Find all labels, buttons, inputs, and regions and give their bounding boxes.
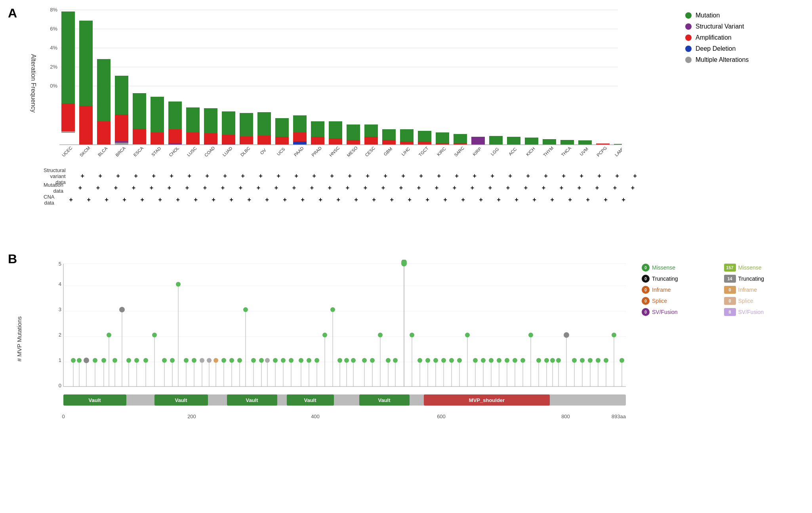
svg-point-180 [221,358,226,363]
svg-text:BLCA: BLCA [97,145,109,157]
svg-point-156 [126,358,131,363]
svg-rect-38 [240,113,253,136]
svg-rect-49 [329,121,342,138]
svg-rect-36 [222,135,235,144]
svg-text:PCPG: PCPG [596,145,608,158]
svg-rect-44 [293,115,307,132]
svg-point-210 [337,358,342,363]
svg-rect-63 [454,134,467,143]
svg-text:Vault: Vault [304,397,316,403]
svg-point-174 [200,358,204,363]
svg-point-273 [580,358,585,363]
svg-point-261 [536,358,541,363]
svg-text:ACC: ACC [508,147,518,157]
legend-item-truncating-left: 0 Truncating [642,275,718,283]
svg-text:TGCT: TGCT [417,145,429,157]
svg-text:HNSC: HNSC [328,145,341,158]
svg-rect-70 [560,140,574,145]
legend-dot-sv [685,23,692,30]
svg-rect-11 [61,11,75,103]
svg-text:8%: 8% [50,7,57,13]
svg-rect-13 [61,131,75,133]
svg-point-154 [119,307,125,312]
svg-point-192 [265,358,270,363]
y-axis-label-b: # MVP Mutations [16,276,23,402]
svg-point-221 [370,358,375,363]
legend-dot-inframe-l: 0 [642,286,650,294]
svg-rect-15 [79,106,93,145]
svg-text:GBM: GBM [383,146,393,157]
svg-rect-62 [436,143,449,145]
svg-text:R600C/H: R600C/H [392,260,412,261]
svg-rect-30 [186,107,200,132]
svg-rect-31 [186,132,200,145]
svg-point-245 [473,358,478,363]
svg-point-251 [497,358,501,363]
legend-b-left: 0 Missense 0 Truncating 0 Inframe 0 Spli… [642,264,718,319]
svg-rect-21 [115,141,128,143]
svg-rect-48 [311,137,324,145]
svg-point-184 [237,358,242,363]
svg-point-267 [556,358,561,363]
svg-point-255 [513,358,517,363]
svg-point-223 [378,333,383,337]
svg-rect-51 [347,124,360,140]
svg-point-160 [143,358,148,363]
legend-item-missense-left: 0 Missense [642,264,718,272]
svg-point-241 [457,358,462,363]
svg-text:200: 200 [187,413,196,419]
svg-point-182 [229,358,234,363]
svg-point-178 [213,358,218,363]
legend-item-splice-left: 0 Splice [642,297,718,305]
svg-point-214 [351,358,356,363]
svg-rect-12 [61,103,75,131]
svg-point-166 [170,358,175,363]
svg-point-186 [243,307,248,312]
legend-count-missense-r: 157 [724,264,736,272]
svg-text:UCEC: UCEC [61,145,73,158]
svg-point-235 [433,358,438,363]
svg-point-281 [612,333,616,337]
legend-dot-deepdel [685,46,692,52]
svg-rect-58 [400,142,414,145]
svg-text:1: 1 [59,357,61,363]
svg-point-164 [162,358,167,363]
svg-point-142 [77,358,82,363]
legend-a: Mutation Structural Variant Amplificatio… [685,12,796,67]
svg-text:5: 5 [59,261,61,267]
svg-rect-68 [525,138,538,145]
data-tracks: Structural variant data + + + + + + + + … [44,170,624,206]
svg-point-279 [604,358,608,363]
legend-item-inframe-right: 0 Inframe [724,286,801,294]
svg-text:BRCA: BRCA [114,145,127,158]
svg-point-271 [572,358,577,363]
svg-point-168 [176,282,181,287]
svg-rect-27 [168,101,182,129]
legend-dot-splice-l: 0 [642,297,650,305]
svg-point-285 [401,261,407,266]
svg-point-204 [315,358,319,363]
legend-item-inframe-left: 0 Inframe [642,286,718,294]
svg-text:MVP_shoulder: MVP_shoulder [469,397,505,403]
svg-point-202 [307,358,311,363]
svg-text:STAD: STAD [151,146,162,157]
svg-text:LIHC: LIHC [400,146,411,157]
svg-point-263 [544,358,549,363]
svg-text:PAAD: PAAD [293,146,305,157]
lollipop-chart-svg: 0 1 2 3 4 5 Vault Vault Vault Vault Vaul… [48,260,630,458]
svg-rect-25 [151,97,164,132]
track-mutation: Mutation data + + + + + + + + + + + + + … [44,182,624,193]
svg-text:4%: 4% [50,45,57,51]
svg-text:MESO: MESO [346,145,358,158]
svg-point-253 [505,358,509,363]
svg-rect-41 [257,136,271,145]
svg-text:Vault: Vault [88,397,101,403]
svg-rect-14 [79,21,93,106]
svg-text:0: 0 [62,413,65,419]
legend-b: 0 Missense 0 Truncating 0 Inframe 0 Spli… [642,264,800,319]
svg-point-219 [362,358,367,363]
svg-text:ESCA: ESCA [132,145,144,157]
legend-b-right: 157 Missense 14 Truncating 0 Inframe 0 S… [724,264,801,319]
legend-item-svfusion-right: 8 SV/Fusion [724,308,801,316]
svg-point-176 [207,358,212,363]
